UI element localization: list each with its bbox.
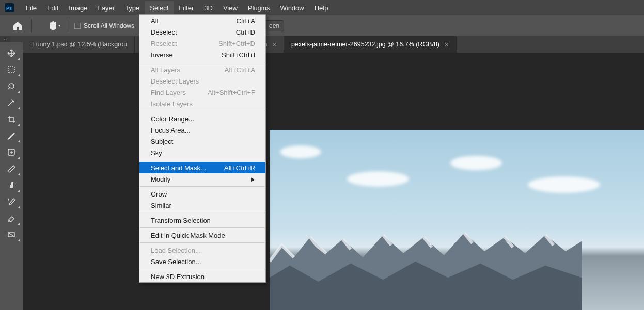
divider [31, 19, 32, 32]
tool-healing[interactable] [2, 144, 21, 160]
canvas-area[interactable] [23, 53, 644, 310]
tool-eyedropper[interactable] [2, 128, 21, 143]
menu-separator [140, 242, 265, 243]
panel-expand-icon[interactable]: ›› [0, 36, 10, 42]
scroll-all-label: Scroll All Windows [84, 22, 134, 29]
tool-crop[interactable] [2, 111, 21, 127]
divider [68, 19, 68, 32]
svg-rect-2 [8, 67, 14, 73]
tool-wand[interactable] [2, 95, 21, 110]
close-icon[interactable]: × [272, 41, 276, 48]
menu-item-label: Transform Selection [151, 217, 211, 224]
menu-item-all-layers: All LayersAlt+Ctrl+A [139, 64, 265, 75]
menu-item-shortcut: Ctrl+A [237, 17, 255, 25]
menu-item-similar[interactable]: Similar [139, 200, 265, 211]
menu-item-new-3d-extrusion[interactable]: New 3D Extrusion [139, 271, 265, 282]
scroll-all-windows-option[interactable]: Scroll All Windows [74, 22, 134, 29]
menu-item-modify[interactable]: Modify▶ [139, 173, 265, 185]
menu-item-label: Subject [151, 138, 173, 145]
menu-item-select-and-mask[interactable]: Select and Mask...Alt+Ctrl+R [139, 162, 265, 173]
menu-item-color-range[interactable]: Color Range... [139, 113, 265, 124]
mountain-graphic [270, 229, 582, 310]
app-logo-icon: Ps [4, 3, 14, 13]
menu-image[interactable]: Image [64, 1, 92, 15]
menu-item-sky[interactable]: Sky [139, 147, 265, 158]
chevron-down-icon: ▾ [58, 23, 60, 28]
menu-item-label: Sky [151, 149, 162, 157]
menu-help[interactable]: Help [309, 1, 334, 15]
tool-brush[interactable] [2, 161, 21, 176]
menu-item-label: Find Layers [151, 89, 186, 96]
checkbox-icon[interactable] [74, 23, 81, 29]
select-menu-dropdown: AllCtrl+ADeselectCtrl+DReselectShift+Ctr… [139, 14, 266, 283]
menu-item-label: Load Selection... [151, 247, 201, 254]
menu-separator [140, 269, 265, 269]
menu-view[interactable]: View [218, 1, 243, 15]
tool-eraser[interactable] [2, 210, 21, 226]
menu-item-transform-selection[interactable]: Transform Selection [139, 215, 265, 226]
menu-item-label: All [151, 17, 158, 25]
menu-item-shortcut: Shift+Ctrl+I [222, 51, 255, 59]
menu-item-label: Select and Mask... [151, 164, 206, 172]
menu-item-label: New 3D Extrusion [151, 273, 205, 281]
menu-item-deselect[interactable]: DeselectCtrl+D [139, 26, 265, 38]
menu-item-isolate-layers: Isolate Layers [139, 98, 265, 109]
home-icon[interactable] [10, 19, 25, 33]
menu-file[interactable]: File [21, 1, 42, 15]
menu-item-label: Reselect [151, 40, 177, 47]
tool-history[interactable] [2, 194, 21, 209]
hand-tool-icon[interactable]: ▾ [47, 19, 61, 33]
menu-separator [140, 186, 265, 187]
menu-item-inverse[interactable]: InverseShift+Ctrl+I [139, 49, 265, 60]
menu-edit[interactable]: Edit [42, 1, 64, 15]
truncated-option-button[interactable]: een [264, 20, 284, 31]
menu-item-subject[interactable]: Subject [139, 136, 265, 147]
menu-item-label: Modify [151, 175, 170, 183]
menu-separator [140, 227, 265, 228]
close-icon[interactable]: × [445, 41, 449, 48]
menu-window[interactable]: Window [275, 1, 309, 15]
tool-clone[interactable] [2, 177, 21, 193]
menu-filter[interactable]: Filter [174, 1, 199, 15]
menu-item-label: Grow [151, 190, 167, 198]
menu-separator [140, 160, 265, 160]
menu-separator [140, 62, 265, 62]
menu-item-label: Similar [151, 202, 171, 209]
document-tabs: Funny 1.psd @ 12.5% (Backgrou-piacquadio… [0, 36, 644, 53]
menu-item-shortcut: Alt+Ctrl+A [225, 66, 255, 74]
menu-plugins[interactable]: Plugins [243, 1, 275, 15]
menu-item-all[interactable]: AllCtrl+A [139, 15, 265, 26]
menu-item-deselect-layers: Deselect Layers [139, 75, 265, 87]
menu-layer[interactable]: Layer [93, 1, 120, 15]
document-tab[interactable]: Funny 1.psd @ 12.5% (Backgrou [25, 36, 135, 53]
menu-type[interactable]: Type [120, 1, 145, 15]
menubar: Ps FileEditImageLayerTypeSelectFilter3DV… [0, 0, 644, 15]
menu-item-shortcut: Shift+Ctrl+D [218, 40, 255, 47]
menu-item-focus-area[interactable]: Focus Area... [139, 124, 265, 136]
tab-label: Funny 1.psd @ 12.5% (Backgrou [32, 41, 127, 48]
document-image [270, 130, 644, 310]
tab-label: pexels-jaime-reimer-2695232.jpg @ 16.7% … [291, 41, 439, 48]
document-tab[interactable]: pexels-jaime-reimer-2695232.jpg @ 16.7% … [284, 36, 457, 53]
menu-separator [140, 213, 265, 213]
menu-item-label: Isolate Layers [151, 100, 193, 108]
menu-item-shortcut: Alt+Ctrl+R [224, 164, 255, 172]
menu-item-edit-in-quick-mask-mode[interactable]: Edit in Quick Mask Mode [139, 230, 265, 241]
tool-move[interactable] [2, 45, 21, 61]
tool-lasso[interactable] [2, 78, 21, 94]
menu-item-label: Deselect Layers [151, 77, 199, 85]
menu-select[interactable]: Select [145, 1, 174, 15]
menu-item-shortcut: Alt+Shift+Ctrl+F [208, 89, 255, 96]
menu-item-label: Deselect [151, 28, 177, 36]
tool-marquee[interactable] [2, 62, 21, 77]
menu-item-label: All Layers [151, 66, 180, 74]
menu-item-save-selection[interactable]: Save Selection... [139, 256, 265, 267]
menu-item-label: Save Selection... [151, 258, 201, 266]
menu-item-load-selection: Load Selection... [139, 244, 265, 256]
menu-item-grow[interactable]: Grow [139, 188, 265, 200]
options-bar: ▾ Scroll All Windows een [0, 15, 644, 36]
submenu-arrow-icon: ▶ [251, 176, 255, 182]
tool-gradient[interactable] [2, 227, 21, 242]
menu-3d[interactable]: 3D [199, 1, 218, 15]
menu-item-find-layers: Find LayersAlt+Shift+Ctrl+F [139, 87, 265, 98]
